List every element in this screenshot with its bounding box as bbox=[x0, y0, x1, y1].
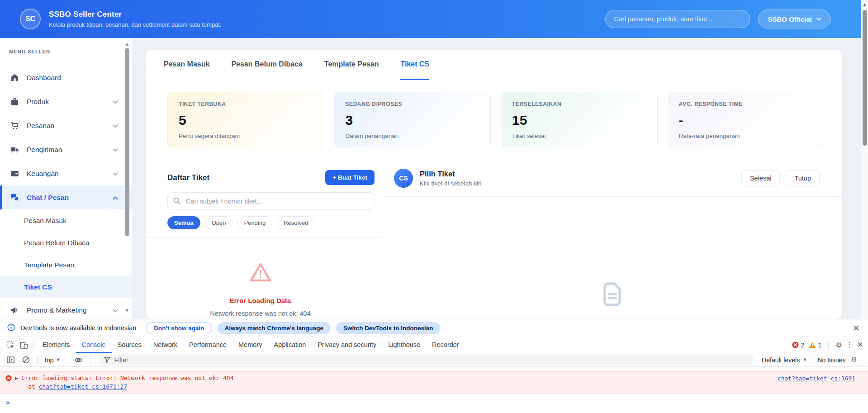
switch-language-button[interactable]: Switch DevTools to Indonesian bbox=[336, 322, 441, 334]
context-selector[interactable]: top ▼ bbox=[42, 356, 62, 364]
sidebar-scrollbar[interactable]: ▲ ▼ bbox=[124, 40, 130, 319]
devtools-tab-elements[interactable]: Elements bbox=[37, 337, 76, 353]
console-toolbar: top ▼ Filter Default levels ▼ No Issues … bbox=[0, 353, 868, 367]
devtools-tab-privacy[interactable]: Privacy and security bbox=[312, 337, 382, 353]
sidebar-item-chat-pesan[interactable]: Chat / Pesan bbox=[0, 185, 132, 209]
devtools-close-icon[interactable]: ✕ bbox=[857, 341, 863, 349]
error-title: Error Loading Data bbox=[146, 297, 375, 304]
expand-triangle-icon[interactable]: ▶ bbox=[15, 375, 18, 382]
dont-show-again-button[interactable]: Don't show again bbox=[146, 322, 212, 334]
devtools-tab-console[interactable]: Console bbox=[76, 337, 111, 353]
wallet-icon bbox=[10, 169, 19, 178]
tab-template-pesan[interactable]: Template Pesan bbox=[324, 50, 379, 80]
sidebar-item-tiket-cs[interactable]: Tiket CS bbox=[0, 276, 132, 298]
sidebar-item-produk[interactable]: Produk bbox=[0, 90, 132, 114]
cs-avatar: CS bbox=[394, 169, 413, 188]
tab-bar: Pesan Masuk Pesan Belum Dibaca Template … bbox=[146, 50, 842, 80]
stat-card-avg-response: AVG. RESPONSE TIME - Rata-rata penangana… bbox=[668, 92, 825, 148]
error-icon bbox=[792, 342, 799, 348]
stat-card-sedang-diproses: SEDANG DIPROSES 3 Dalam penanganan bbox=[334, 92, 491, 148]
sidebar-item-pengiriman[interactable]: Pengiriman bbox=[0, 138, 132, 161]
search-icon bbox=[173, 197, 181, 207]
device-toolbar-icon[interactable] bbox=[17, 339, 31, 351]
filter-chip-pending[interactable]: Pending bbox=[237, 216, 272, 229]
chevron-down-icon bbox=[113, 98, 118, 106]
ticket-search-input[interactable] bbox=[167, 192, 375, 210]
stack-prefix: at bbox=[28, 383, 35, 390]
tab-tiket-cs[interactable]: Tiket CS bbox=[400, 50, 429, 80]
log-levels-dropdown[interactable]: Default levels ▼ bbox=[762, 356, 806, 364]
content-card: Pesan Masuk Pesan Belum Dibaca Template … bbox=[146, 50, 842, 319]
account-menu-button[interactable]: SSBO Official bbox=[758, 9, 831, 28]
error-icon bbox=[5, 375, 12, 381]
tab-pesan-belum-dibaca[interactable]: Pesan Belum Dibaca bbox=[231, 50, 302, 80]
sidebar-item-dashboard[interactable]: Dashboard bbox=[0, 66, 132, 90]
error-count-badge[interactable]: 2 bbox=[792, 342, 805, 349]
scroll-up-icon[interactable]: ▲ bbox=[124, 42, 130, 46]
sidebar-item-pesan-masuk[interactable]: Pesan Masuk bbox=[0, 209, 132, 232]
console-prompt-chevron[interactable]: > bbox=[0, 399, 868, 406]
info-icon bbox=[7, 323, 15, 333]
header-titles: SSBO Seller Center Kelola produk titipan… bbox=[49, 10, 222, 28]
chat-icon bbox=[10, 193, 19, 202]
devtools-tab-recorder[interactable]: Recorder bbox=[426, 337, 465, 353]
scroll-up-icon[interactable]: ▲ bbox=[861, 2, 868, 7]
scrollbar-thumb[interactable] bbox=[125, 48, 129, 236]
chevron-down-icon bbox=[816, 18, 821, 21]
filter-chip-open[interactable]: Open bbox=[205, 216, 233, 229]
console-filter-input[interactable]: Filter bbox=[99, 355, 754, 365]
devtools-tab-sources[interactable]: Sources bbox=[112, 337, 147, 353]
banner-close-icon[interactable]: ✕ bbox=[853, 324, 860, 332]
error-count: 2 bbox=[801, 342, 805, 349]
devtools-tab-lighthouse[interactable]: Lighthouse bbox=[382, 337, 426, 353]
devtools-tab-memory[interactable]: Memory bbox=[232, 337, 268, 353]
match-language-button[interactable]: Always match Chrome's language bbox=[218, 322, 331, 334]
console-error-text: Error loading stats: Error: Network resp… bbox=[21, 375, 234, 381]
sidebar-item-pesanan[interactable]: Pesanan bbox=[0, 114, 132, 138]
close-ticket-button[interactable]: Tutup bbox=[786, 170, 820, 186]
clear-console-icon[interactable] bbox=[19, 354, 33, 366]
app-header: SC SSBO Seller Center Kelola produk titi… bbox=[0, 0, 868, 38]
create-ticket-button[interactable]: + Buat Tiket bbox=[325, 170, 375, 185]
scroll-down-icon[interactable]: ▼ bbox=[124, 308, 130, 313]
error-state: Error Loading Data Network response was … bbox=[146, 238, 375, 317]
devtools-tab-network[interactable]: Network bbox=[147, 337, 183, 353]
no-issues-button[interactable]: No Issues bbox=[816, 356, 847, 364]
filter-chip-semua[interactable]: Semua bbox=[167, 216, 200, 229]
stat-desc: Perlu segera ditangani bbox=[179, 133, 313, 139]
sidebar-subitem-label: Pesan Masuk bbox=[24, 217, 66, 225]
sidebar-item-label: Dashboard bbox=[27, 74, 61, 82]
warning-count-badge[interactable]: 1 bbox=[809, 342, 822, 349]
kebab-menu-icon[interactable]: ⋮ bbox=[846, 342, 853, 348]
console-settings-gear-icon[interactable]: ⚙ bbox=[851, 356, 857, 363]
tab-pesan-masuk[interactable]: Pesan Masuk bbox=[164, 50, 209, 80]
filter-chip-resolved[interactable]: Resolved bbox=[277, 216, 315, 229]
sidebar-item-promo-marketing[interactable]: Promo & Marketing bbox=[0, 298, 132, 319]
live-expression-eye-icon[interactable] bbox=[72, 354, 85, 366]
stack-trace-link[interactable]: chat?tab=tiket-cs:1671:27 bbox=[38, 383, 127, 390]
settings-gear-icon[interactable]: ⚙ bbox=[835, 342, 842, 349]
ticket-list-panel: Daftar Tiket + Buat Tiket Semua Open Pen… bbox=[146, 160, 382, 319]
stat-label: AVG. RESPONSE TIME bbox=[679, 101, 813, 107]
sidebar-subitem-label: Tiket CS bbox=[24, 283, 52, 291]
sidebar-item-template-pesan[interactable]: Template Pesan bbox=[0, 254, 132, 276]
sidebar-item-label: Produk bbox=[27, 98, 49, 106]
console-sidebar-icon[interactable] bbox=[4, 354, 17, 366]
inspect-element-icon[interactable] bbox=[4, 339, 17, 351]
sidebar-item-keuangan[interactable]: Keuangan bbox=[0, 161, 132, 185]
devtools-tab-performance[interactable]: Performance bbox=[183, 337, 232, 353]
chevron-down-icon bbox=[113, 146, 118, 154]
source-location-link[interactable]: chat?tab=tiket-cs:1691 bbox=[778, 375, 855, 382]
resolve-button[interactable]: Selesai bbox=[741, 170, 780, 186]
devtools-tab-application[interactable]: Application bbox=[268, 337, 312, 353]
scrollbar-thumb[interactable] bbox=[863, 10, 867, 146]
search-input[interactable] bbox=[605, 10, 750, 28]
sidebar-heading: MENU SELLER bbox=[0, 38, 132, 61]
sidebar-item-pesan-belum-dibaca[interactable]: Pesan Belum Dibaca bbox=[0, 232, 132, 254]
warning-icon bbox=[809, 342, 816, 348]
console-error-row[interactable]: ▶ Error loading stats: Error: Network re… bbox=[0, 371, 868, 394]
page-scrollbar[interactable]: ▲ bbox=[861, 0, 868, 319]
stat-label: SEDANG DIPROSES bbox=[346, 101, 480, 107]
stat-desc: Tiket selesai bbox=[512, 133, 646, 139]
chevron-up-icon bbox=[113, 194, 118, 202]
